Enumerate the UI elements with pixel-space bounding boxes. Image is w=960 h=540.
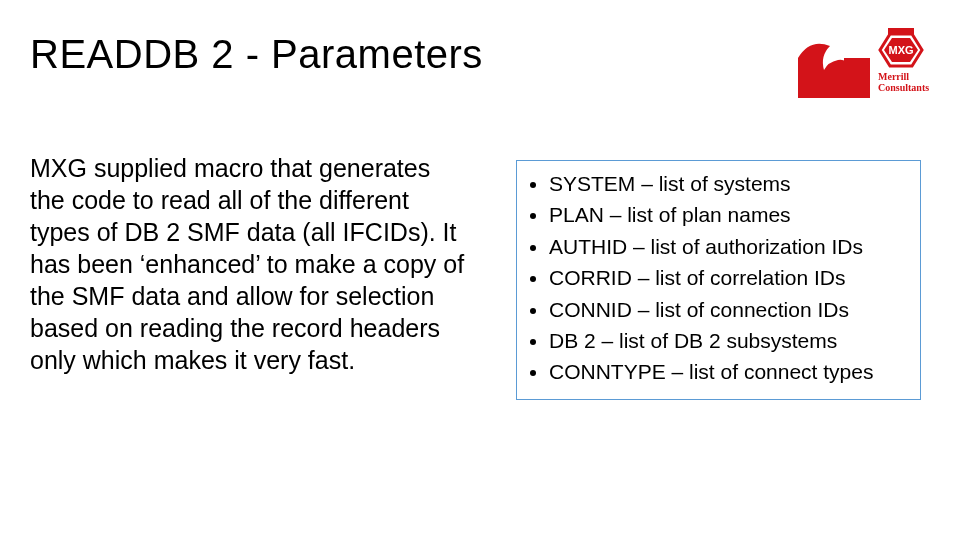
logo-badge-text: MXG [888,44,913,56]
merrill-logo-icon: MXG Merrill Consultants [790,28,930,108]
list-item: CONNTYPE – list of connect types [549,357,910,386]
logo: MXG Merrill Consultants [790,28,930,108]
page-title: READDB 2 - Parameters [30,32,483,77]
svg-rect-2 [888,28,914,35]
list-item: PLAN – list of plan names [549,200,910,229]
list-item: CORRID – list of correlation IDs [549,263,910,292]
logo-line2: Consultants [878,82,929,93]
list-item: CONNID – list of connection IDs [549,295,910,324]
body-paragraph: MXG supplied macro that generates the co… [30,152,470,376]
list-item: DB 2 – list of DB 2 subsystems [549,326,910,355]
list-item: SYSTEM – list of systems [549,169,910,198]
parameter-list: SYSTEM – list of systems PLAN – list of … [527,169,910,387]
slide: READDB 2 - Parameters MXG Merrill Consul… [0,0,960,540]
parameter-box: SYSTEM – list of systems PLAN – list of … [516,160,921,400]
logo-line1: Merrill [878,71,909,82]
list-item: AUTHID – list of authorization IDs [549,232,910,261]
